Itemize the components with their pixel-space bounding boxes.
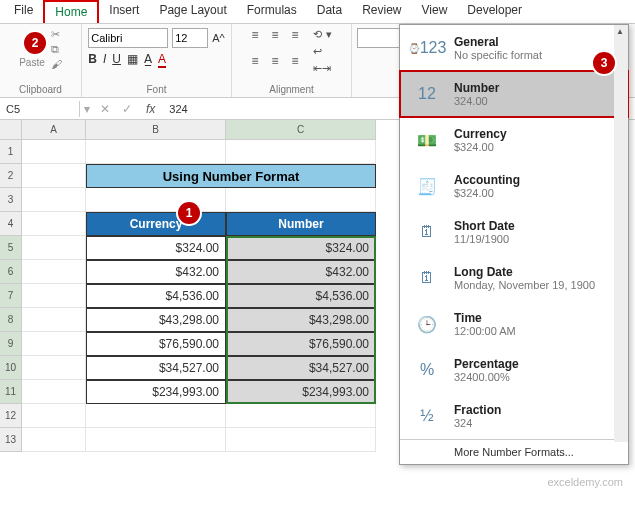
bold-button[interactable]: B xyxy=(88,52,97,68)
cell[interactable] xyxy=(22,260,86,284)
copy-icon[interactable]: ⧉ xyxy=(51,43,62,56)
column-header-number[interactable]: Number xyxy=(226,212,376,236)
font-color-icon[interactable]: A xyxy=(158,52,166,68)
row-header[interactable]: 11 xyxy=(0,380,22,404)
cut-icon[interactable]: ✂ xyxy=(51,28,62,41)
tab-file[interactable]: File xyxy=(4,0,43,23)
cell[interactable] xyxy=(86,140,226,164)
row-header[interactable]: 3 xyxy=(0,188,22,212)
merge-icon[interactable]: ⇤⇥ xyxy=(313,62,331,75)
align-bot[interactable] xyxy=(291,28,307,42)
tab-home[interactable]: Home xyxy=(43,0,99,23)
row-header[interactable]: 4 xyxy=(0,212,22,236)
cell-number[interactable]: $4,536.00 xyxy=(226,284,376,308)
orientation-icon[interactable]: ⟲ ▾ xyxy=(313,28,331,41)
tab-developer[interactable]: Developer xyxy=(457,0,532,23)
row-header[interactable]: 13 xyxy=(0,428,22,452)
cell[interactable] xyxy=(22,188,86,212)
row-header[interactable]: 10 xyxy=(0,356,22,380)
cell[interactable] xyxy=(22,332,86,356)
row-header[interactable]: 1 xyxy=(0,140,22,164)
format-option-fraction[interactable]: ½ Fraction324 xyxy=(400,393,628,439)
format-option-percentage[interactable]: % Percentage32400.00% xyxy=(400,347,628,393)
fill-icon[interactable]: A̲ xyxy=(144,52,152,68)
cell[interactable] xyxy=(22,428,86,452)
cell[interactable] xyxy=(22,212,86,236)
name-box[interactable]: C5 xyxy=(0,101,80,117)
align-center[interactable] xyxy=(271,54,287,68)
format-sub: $324.00 xyxy=(454,187,520,199)
row-header[interactable]: 9 xyxy=(0,332,22,356)
col-header[interactable]: C xyxy=(226,120,376,140)
tab-review[interactable]: Review xyxy=(352,0,411,23)
align-right[interactable] xyxy=(291,54,307,68)
format-option-time[interactable]: 🕒 Time12:00:00 AM xyxy=(400,301,628,347)
fx-icon[interactable]: fx xyxy=(138,102,163,116)
cell-number[interactable]: $324.00 xyxy=(226,236,376,260)
align-top[interactable] xyxy=(251,28,267,42)
group-label-font: Font xyxy=(146,82,166,97)
cell[interactable] xyxy=(226,428,376,452)
cell-currency[interactable]: $234,993.00 xyxy=(86,380,226,404)
cell[interactable] xyxy=(86,428,226,452)
cell-currency[interactable]: $324.00 xyxy=(86,236,226,260)
format-option-shortdate[interactable]: 🗓 Short Date11/19/1900 xyxy=(400,209,628,255)
increase-font-icon[interactable]: A^ xyxy=(212,32,225,44)
tab-view[interactable]: View xyxy=(412,0,458,23)
border-button[interactable]: ▦ xyxy=(127,52,138,68)
align-left[interactable] xyxy=(251,54,267,68)
tab-formulas[interactable]: Formulas xyxy=(237,0,307,23)
cell[interactable] xyxy=(86,404,226,428)
wrap-text-icon[interactable]: ↩ xyxy=(313,45,331,58)
cell-currency[interactable]: $76,590.00 xyxy=(86,332,226,356)
cell[interactable] xyxy=(22,308,86,332)
tab-insert[interactable]: Insert xyxy=(99,0,149,23)
formula-value[interactable]: 324 xyxy=(163,103,193,115)
align-mid[interactable] xyxy=(271,28,287,42)
format-option-currency[interactable]: 💵 Currency$324.00 xyxy=(400,117,628,163)
format-option-accounting[interactable]: 🧾 Accounting$324.00 xyxy=(400,163,628,209)
cell[interactable] xyxy=(226,140,376,164)
cell-currency[interactable]: $4,536.00 xyxy=(86,284,226,308)
tab-data[interactable]: Data xyxy=(307,0,352,23)
font-name-select[interactable] xyxy=(88,28,168,48)
cell[interactable] xyxy=(22,380,86,404)
cell-currency[interactable]: $432.00 xyxy=(86,260,226,284)
cell-number[interactable]: $432.00 xyxy=(226,260,376,284)
cell-number[interactable]: $34,527.00 xyxy=(226,356,376,380)
tab-pagelayout[interactable]: Page Layout xyxy=(149,0,236,23)
cell-number[interactable]: $43,298.00 xyxy=(226,308,376,332)
cell-currency[interactable]: $43,298.00 xyxy=(86,308,226,332)
table-title[interactable]: Using Number Format xyxy=(86,164,376,188)
format-painter-icon[interactable]: 🖌 xyxy=(51,58,62,70)
cell-number[interactable]: $234,993.00 xyxy=(226,380,376,404)
row-header[interactable]: 7 xyxy=(0,284,22,308)
col-header[interactable]: B xyxy=(86,120,226,140)
font-size-select[interactable] xyxy=(172,28,208,48)
cell-currency[interactable]: $34,527.00 xyxy=(86,356,226,380)
format-option-number[interactable]: 12 Number324.00 xyxy=(400,71,628,117)
cell[interactable] xyxy=(22,284,86,308)
cell-number[interactable]: $76,590.00 xyxy=(226,332,376,356)
row-header[interactable]: 8 xyxy=(0,308,22,332)
more-number-formats[interactable]: More Number Formats... xyxy=(400,439,628,464)
row-header[interactable]: 2 xyxy=(0,164,22,188)
cell[interactable] xyxy=(22,404,86,428)
col-header[interactable]: A xyxy=(22,120,86,140)
row-header[interactable]: 6 xyxy=(0,260,22,284)
cell[interactable] xyxy=(226,188,376,212)
select-all-corner[interactable] xyxy=(0,120,22,140)
dropdown-scrollbar[interactable] xyxy=(614,25,628,442)
format-option-longdate[interactable]: 🗓 Long DateMonday, November 19, 1900 xyxy=(400,255,628,301)
cell[interactable] xyxy=(22,140,86,164)
cell[interactable] xyxy=(22,164,86,188)
italic-button[interactable]: I xyxy=(103,52,106,68)
row-header[interactable]: 5 xyxy=(0,236,22,260)
row-header[interactable]: 12 xyxy=(0,404,22,428)
cell[interactable] xyxy=(86,188,226,212)
column-header-currency[interactable]: Currency xyxy=(86,212,226,236)
cell[interactable] xyxy=(22,236,86,260)
cell[interactable] xyxy=(226,404,376,428)
cell[interactable] xyxy=(22,356,86,380)
underline-button[interactable]: U xyxy=(112,52,121,68)
